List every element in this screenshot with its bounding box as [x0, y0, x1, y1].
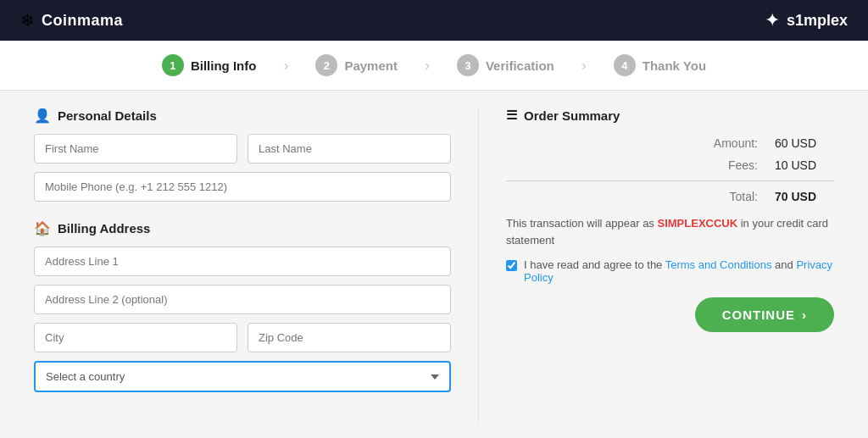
address2-input[interactable]	[34, 285, 451, 314]
coinmama-logo-text: Coinmama	[42, 12, 123, 30]
city-input[interactable]	[34, 323, 237, 352]
home-icon: 🏠	[34, 220, 51, 236]
step-verification[interactable]: 3 Verification	[457, 54, 554, 76]
step-1-label: Billing Info	[191, 58, 256, 73]
step-4-label: Thank You	[643, 58, 706, 73]
name-row	[34, 134, 451, 164]
city-zip-row	[34, 323, 451, 352]
step-1-number: 1	[162, 54, 184, 76]
zip-input[interactable]	[248, 323, 451, 352]
step-sep-1: ›	[283, 57, 288, 75]
left-panel: 👤 Personal Details 🏠 Billing Address Sel…	[34, 108, 478, 422]
step-2-label: Payment	[344, 58, 398, 73]
steps-bar: 1 Billing Info › 2 Payment › 3 Verificat…	[0, 41, 868, 91]
header: ❄ Coinmama ✦ s1mplex	[0, 0, 868, 41]
agree-row: I have read and agree to the Terms and C…	[506, 258, 834, 284]
fees-row: Fees: 10 USD	[506, 158, 834, 172]
transaction-brand: SIMPLEXCCUK	[657, 217, 737, 230]
step-3-number: 3	[457, 54, 479, 76]
phone-input[interactable]	[34, 172, 451, 202]
order-divider	[506, 180, 834, 181]
logo-area: ❄ Coinmama	[20, 10, 123, 30]
agree-text: I have read and agree to the Terms and C…	[524, 258, 834, 284]
step-thankyou[interactable]: 4 Thank You	[614, 54, 706, 76]
amount-value: 60 USD	[775, 136, 834, 150]
total-value: 70 USD	[775, 190, 834, 203]
personal-details-title: 👤 Personal Details	[34, 108, 451, 124]
step-billing[interactable]: 1 Billing Info	[162, 54, 256, 76]
address1-input[interactable]	[34, 247, 451, 276]
step-sep-2: ›	[425, 57, 430, 75]
simplex-icon: ✦	[765, 9, 780, 31]
coinmama-icon: ❄	[20, 10, 35, 30]
step-payment[interactable]: 2 Payment	[315, 54, 398, 76]
fees-label: Fees:	[728, 158, 758, 172]
amount-label: Amount:	[714, 136, 758, 150]
transaction-notice: This transaction will appear as SIMPLEXC…	[506, 215, 834, 248]
order-summary-title: ☰ Order Summary	[506, 108, 834, 123]
last-name-input[interactable]	[248, 134, 451, 164]
simplex-logo-text: s1mplex	[787, 12, 848, 30]
step-3-label: Verification	[486, 58, 554, 73]
order-icon: ☰	[506, 108, 517, 123]
agree-checkbox[interactable]	[506, 260, 517, 271]
step-4-number: 4	[614, 54, 636, 76]
billing-address-title: 🏠 Billing Address	[34, 220, 451, 236]
step-sep-3: ›	[581, 57, 587, 75]
first-name-input[interactable]	[34, 134, 237, 164]
main-content: 👤 Personal Details 🏠 Billing Address Sel…	[0, 91, 868, 438]
amount-row: Amount: 60 USD	[506, 136, 834, 150]
continue-arrow-icon: ›	[802, 308, 807, 322]
country-select[interactable]: Select a country	[34, 361, 451, 392]
simplex-area: ✦ s1mplex	[765, 9, 848, 31]
total-row: Total: 70 USD	[506, 190, 834, 203]
step-2-number: 2	[315, 54, 337, 76]
total-label: Total:	[730, 190, 758, 203]
terms-link[interactable]: Terms and Conditions	[665, 258, 772, 271]
person-icon: 👤	[34, 108, 51, 124]
right-panel: ☰ Order Summary Amount: 60 USD Fees: 10 …	[478, 108, 834, 422]
fees-value: 10 USD	[775, 158, 834, 172]
continue-button[interactable]: CONTINUE ›	[695, 297, 834, 332]
